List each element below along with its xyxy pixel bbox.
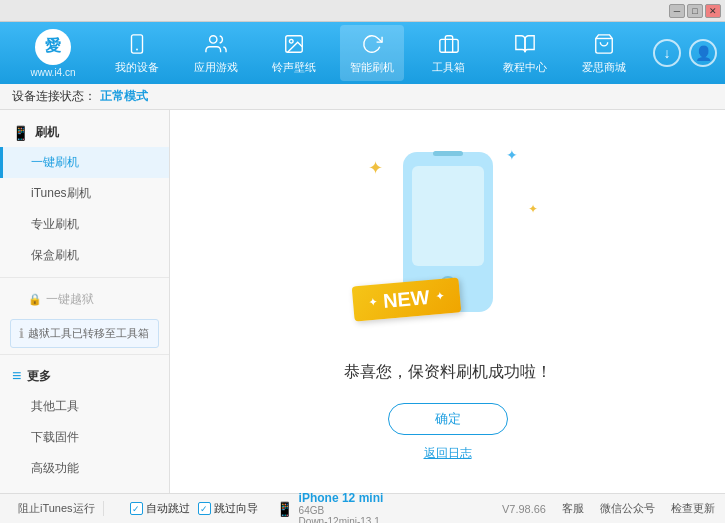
stop-itunes-button[interactable]: 阻止iTunes运行 [10, 501, 104, 516]
device-name: iPhone 12 mini [299, 491, 384, 505]
main-layout: 📱 刷机 一键刷机 iTunes刷机 专业刷机 保盒刷机 🔒 一键越狱 ℹ 越狱… [0, 110, 725, 493]
stop-itunes-label: 阻止iTunes运行 [18, 501, 95, 516]
sidebar-section-flash: 📱 刷机 [0, 118, 169, 147]
store-icon [591, 31, 617, 57]
status-value: 正常模式 [100, 88, 148, 105]
sidebar-item-other-tools[interactable]: 其他工具 [0, 391, 169, 422]
confirm-button[interactable]: 确定 [388, 403, 508, 435]
lock-icon: 🔒 [28, 293, 42, 306]
checkbox-auto-skip-label: 自动跳过 [146, 501, 190, 516]
nav-right: ↓ 👤 [653, 39, 717, 67]
sidebar-notice: ℹ 越狱工具已转移至工具箱 [10, 319, 159, 348]
app-games-icon [203, 31, 229, 57]
notice-icon: ℹ [19, 326, 24, 341]
status-label: 设备连接状态： [12, 88, 96, 105]
my-device-icon [124, 31, 150, 57]
customer-service-link[interactable]: 客服 [562, 501, 584, 516]
nav-item-smart-flash[interactable]: 智能刷机 [340, 25, 404, 81]
logo-text: www.i4.cn [30, 67, 75, 78]
sidebar-item-pro-flash[interactable]: 专业刷机 [0, 209, 169, 240]
nav-label-ringtone: 铃声壁纸 [272, 60, 316, 75]
check-update-link[interactable]: 检查更新 [671, 501, 715, 516]
more-section-icon: ≡ [12, 367, 21, 385]
nav-item-ringtone[interactable]: 铃声壁纸 [262, 25, 326, 81]
bottom-device-info: 📱 iPhone 12 mini 64GB Down-12mini-13,1 [276, 491, 502, 524]
nav-item-tutorial[interactable]: 教程中心 [493, 25, 557, 81]
nav-item-app-games[interactable]: 应用游戏 [184, 25, 248, 81]
wechat-link[interactable]: 微信公众号 [600, 501, 655, 516]
tutorial-icon [512, 31, 538, 57]
nav-label-app-games: 应用游戏 [194, 60, 238, 75]
maximize-button[interactable]: □ [687, 4, 703, 18]
checkbox-skip-wizard[interactable]: 跳过向导 [198, 501, 258, 516]
version-text: V7.98.66 [502, 503, 546, 515]
device-model: Down-12mini-13,1 [299, 516, 384, 524]
sidebar-section-more: ≡ 更多 [0, 361, 169, 391]
jailbreak-label: 一键越狱 [46, 291, 94, 308]
nav-item-store[interactable]: 爱思商城 [572, 25, 636, 81]
nav-item-my-device[interactable]: 我的设备 [105, 25, 169, 81]
sparkle-right: ✦ [528, 202, 538, 216]
nav-items: 我的设备 应用游戏 铃声壁纸 智能刷机 工具箱 [98, 25, 643, 81]
success-illustration: ✦ ✦ ✦ ✦ NEW ✦ [348, 142, 548, 342]
nav-label-tutorial: 教程中心 [503, 60, 547, 75]
bottom-bar: 阻止iTunes运行 自动跳过 跳过向导 📱 iPhone 12 mini 64… [0, 493, 725, 523]
sidebar-item-itunes-flash[interactable]: iTunes刷机 [0, 178, 169, 209]
checkbox-skip-wizard-box[interactable] [198, 502, 211, 515]
device-storage: 64GB [299, 505, 384, 516]
new-badge: ✦ NEW ✦ [351, 277, 460, 321]
status-bar: 设备连接状态： 正常模式 [0, 84, 725, 110]
smart-flash-icon [359, 31, 385, 57]
nav-label-toolbox: 工具箱 [432, 60, 465, 75]
nav-item-toolbox[interactable]: 工具箱 [419, 25, 479, 81]
sparkle-top: ✦ [506, 147, 518, 163]
svg-point-2 [209, 36, 216, 43]
sidebar-item-download-fw[interactable]: 下载固件 [0, 422, 169, 453]
sidebar: 📱 刷机 一键刷机 iTunes刷机 专业刷机 保盒刷机 🔒 一键越狱 ℹ 越狱… [0, 110, 170, 493]
logo-icon: 愛 [35, 29, 71, 65]
flash-section-icon: 📱 [12, 125, 29, 141]
success-text: 恭喜您，保资料刷机成功啦！ [344, 362, 552, 383]
bottom-checkboxes: 自动跳过 跳过向导 [120, 501, 268, 516]
again-link[interactable]: 返回日志 [424, 445, 472, 462]
sidebar-divider-1 [0, 277, 169, 278]
sidebar-divider-2 [0, 354, 169, 355]
header: 愛 www.i4.cn 我的设备 应用游戏 铃声壁纸 智能刷机 [0, 22, 725, 84]
sparkle-left: ✦ [368, 157, 383, 179]
close-button[interactable]: ✕ [705, 4, 721, 18]
ringtone-icon [281, 31, 307, 57]
sidebar-item-jailbreak: 🔒 一键越狱 [0, 284, 169, 315]
sidebar-item-one-click-flash[interactable]: 一键刷机 [0, 147, 169, 178]
download-button[interactable]: ↓ [653, 39, 681, 67]
checkbox-auto-skip-box[interactable] [130, 502, 143, 515]
nav-label-store: 爱思商城 [582, 60, 626, 75]
nav-label-my-device: 我的设备 [115, 60, 159, 75]
checkbox-auto-skip[interactable]: 自动跳过 [130, 501, 190, 516]
title-bar: ─ □ ✕ [0, 0, 725, 22]
device-icon: 📱 [276, 501, 293, 517]
toolbox-icon [436, 31, 462, 57]
bottom-right: V7.98.66 客服 微信公众号 检查更新 [502, 501, 715, 516]
logo-area[interactable]: 愛 www.i4.cn [8, 29, 98, 78]
checkbox-skip-wizard-label: 跳过向导 [214, 501, 258, 516]
sidebar-item-advanced[interactable]: 高级功能 [0, 453, 169, 484]
user-button[interactable]: 👤 [689, 39, 717, 67]
notice-text: 越狱工具已转移至工具箱 [28, 326, 149, 341]
minimize-button[interactable]: ─ [669, 4, 685, 18]
content-area: ✦ ✦ ✦ ✦ NEW ✦ 恭喜您，保资料刷机成功啦！ 确定 返回日志 [170, 110, 725, 493]
svg-rect-5 [440, 39, 458, 52]
sidebar-item-save-flash[interactable]: 保盒刷机 [0, 240, 169, 271]
svg-point-4 [289, 39, 293, 43]
nav-label-smart-flash: 智能刷机 [350, 60, 394, 75]
flash-section-title: 刷机 [35, 124, 59, 141]
more-section-title: 更多 [27, 368, 51, 385]
